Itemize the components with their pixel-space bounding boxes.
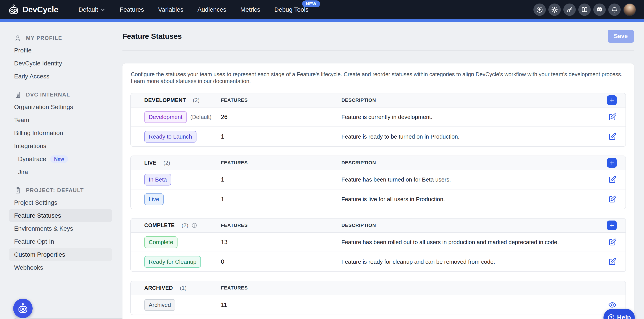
table-header: LIVE (2) FEATURES DESCRIPTION	[131, 156, 626, 170]
discord-button[interactable]	[593, 4, 606, 16]
category-label: LIVE	[144, 160, 156, 166]
sidebar-item-integrations[interactable]: Integrations	[9, 140, 112, 152]
table-header: DEVELOPMENT (2) FEATURES DESCRIPTION	[131, 94, 626, 108]
view-status-button[interactable]	[608, 300, 617, 309]
sidebar-item-profile[interactable]: Profile	[9, 44, 112, 56]
dynatrace-new-badge: New	[50, 155, 68, 163]
sidebar-item-team[interactable]: Team	[9, 114, 112, 126]
edit-status-button[interactable]	[608, 175, 617, 184]
features-count: 13	[221, 239, 342, 246]
edit-icon	[608, 195, 617, 204]
sidebar-item-billing-information[interactable]: Billing Information	[9, 127, 112, 139]
assistant-fab-button[interactable]	[13, 299, 32, 318]
status-description: Feature is ready for cleanup and can be …	[342, 258, 596, 265]
status-badge: Complete	[144, 236, 178, 248]
top-navbar: DevCycle Default Features Variables Audi…	[0, 0, 644, 20]
new-badge: NEW	[302, 0, 320, 7]
default-suffix: (Default)	[190, 114, 212, 120]
status-badge: Live	[144, 194, 164, 205]
table-archived: ARCHIVED (1) FEATURES Archived 11	[130, 281, 626, 315]
column-features: FEATURES	[221, 285, 342, 291]
table-header: ARCHIVED (1) FEATURES	[131, 281, 626, 295]
sidebar-item-feature-opt-in[interactable]: Feature Opt-In	[9, 235, 112, 248]
nav-menu: Default Features Variables Audiences Met…	[72, 0, 316, 20]
features-count: 1	[221, 176, 342, 183]
status-badge: Development	[144, 111, 187, 123]
column-description: DESCRIPTION	[342, 97, 596, 103]
user-avatar[interactable]	[623, 3, 636, 16]
column-features: FEATURES	[221, 160, 342, 166]
status-badge: In Beta	[144, 174, 171, 186]
nav-item-debug-tools[interactable]: Debug Tools NEW	[267, 0, 316, 20]
create-button[interactable]	[534, 4, 546, 16]
feature-statuses-card: Configure the statuses your team uses to…	[122, 64, 634, 319]
question-mark-icon: ?	[608, 314, 615, 319]
notifications-button[interactable]	[608, 4, 621, 16]
sidebar-item-jira[interactable]: Jira	[9, 166, 112, 178]
settings-button[interactable]	[548, 4, 561, 16]
add-status-button[interactable]	[607, 158, 617, 168]
edit-status-button[interactable]	[608, 132, 617, 141]
help-button[interactable]: ? Help	[604, 309, 635, 319]
category-label: ARCHIVED	[144, 285, 173, 291]
info-icon[interactable]	[191, 222, 197, 228]
edit-icon	[608, 257, 617, 266]
sidebar-item-environments-keys[interactable]: Environments & Keys	[9, 222, 112, 235]
status-description: Feature has been rolled out to all users…	[342, 239, 596, 246]
clipboard-icon	[14, 186, 22, 194]
add-status-button[interactable]	[607, 220, 617, 230]
sidebar-item-organization-settings[interactable]: Organization Settings	[9, 101, 112, 113]
edit-status-button[interactable]	[608, 112, 617, 122]
help-label: Help	[617, 314, 631, 319]
edit-icon	[608, 132, 617, 141]
status-description: Feature is currently in development.	[342, 114, 596, 120]
book-icon	[581, 6, 588, 13]
category-count: (2)	[182, 222, 188, 228]
sidebar-item-early-access[interactable]: Early Access	[9, 70, 112, 82]
sidebar-item-dynatrace[interactable]: Dynatrace New	[9, 153, 112, 165]
add-status-button[interactable]	[607, 96, 617, 105]
keys-button[interactable]	[564, 4, 576, 16]
sidebar-item-custom-properties[interactable]: Custom Properties	[9, 248, 112, 261]
edit-icon	[608, 112, 617, 122]
section-project-default: PROJECT: DEFAULT	[0, 185, 120, 196]
edit-status-button[interactable]	[608, 257, 617, 266]
nav-item-metrics[interactable]: Metrics	[233, 0, 267, 20]
sidebar-item-feature-statuses[interactable]: Feature Statuses	[9, 209, 112, 222]
devcycle-logo[interactable]: DevCycle	[8, 4, 58, 16]
features-count: 0	[221, 258, 342, 265]
org-selector-dropdown[interactable]: Default	[72, 0, 113, 20]
table-row: In Beta 1 Feature has been turned on for…	[131, 170, 626, 190]
save-button[interactable]: Save	[608, 30, 634, 43]
sidebar-item-webhooks[interactable]: Webhooks	[9, 261, 112, 274]
edit-status-button[interactable]	[608, 238, 617, 246]
sidebar-item-devcycle-identity[interactable]: DevCycle Identity	[9, 57, 112, 70]
category-label: COMPLETE	[144, 222, 175, 228]
discord-icon	[596, 6, 603, 13]
edit-status-button[interactable]	[608, 195, 617, 204]
status-badge: Archived	[144, 299, 175, 311]
bell-icon	[611, 6, 618, 13]
docs-button[interactable]	[578, 4, 591, 16]
plus-circle-icon	[536, 6, 543, 13]
column-description: DESCRIPTION	[342, 222, 596, 228]
main-content: Feature Statuses Save Configure the stat…	[122, 22, 634, 319]
nav-item-features[interactable]: Features	[112, 0, 151, 20]
chevron-down-icon	[100, 7, 106, 12]
category-label: DEVELOPMENT	[144, 97, 186, 103]
svg-text:?: ?	[610, 316, 612, 319]
status-description: Feature is live for all users in Product…	[342, 196, 596, 203]
header-divider	[122, 50, 634, 51]
features-count: 1	[221, 196, 342, 203]
robot-icon	[17, 303, 29, 314]
nav-item-audiences[interactable]: Audiences	[190, 0, 233, 20]
nav-item-variables[interactable]: Variables	[151, 0, 190, 20]
table-row: Live 1 Feature is live for all users in …	[131, 190, 626, 209]
status-badge: Ready for Cleanup	[144, 256, 201, 268]
section-my-profile: MY PROFILE	[0, 32, 120, 44]
column-description: DESCRIPTION	[342, 160, 596, 166]
navbar-actions	[534, 3, 636, 16]
sidebar-item-project-settings[interactable]: Project Settings	[9, 196, 112, 209]
table-live: LIVE (2) FEATURES DESCRIPTION In Beta 1 …	[130, 156, 626, 209]
plus-icon	[609, 160, 614, 166]
